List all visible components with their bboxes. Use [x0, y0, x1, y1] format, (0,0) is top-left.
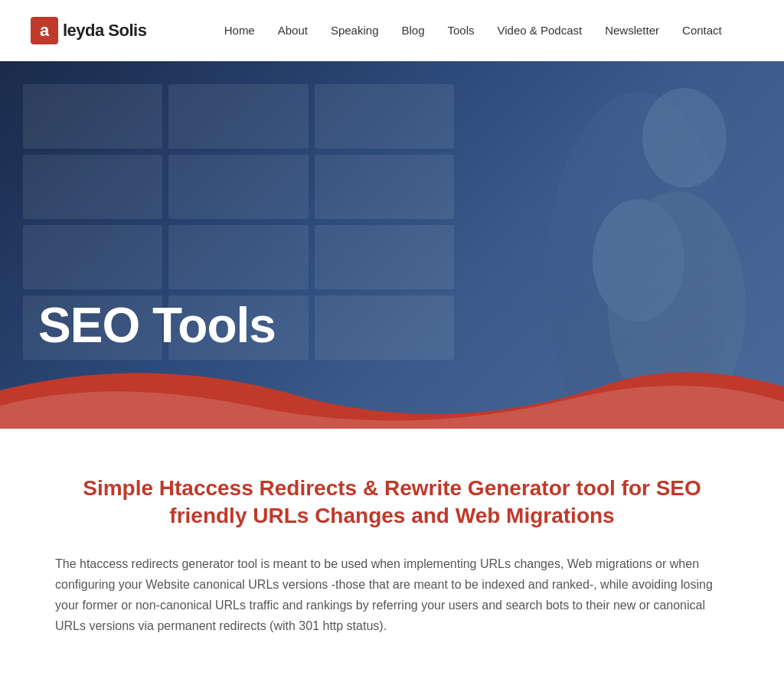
svg-point-0: [642, 88, 727, 188]
logo-link[interactable]: a leyda Solis: [31, 17, 146, 44]
screen-block: [23, 155, 162, 219]
screen-block: [315, 84, 454, 149]
site-header: a leyda Solis Home About Speaking Blog T…: [0, 0, 784, 61]
section-body: The htaccess redirects generator tool is…: [55, 553, 729, 637]
body-paragraph-1: The htaccess redirects generator tool is…: [55, 553, 729, 637]
nav-item-blog[interactable]: Blog: [401, 24, 424, 37]
hero-section: SEO Tools: [0, 61, 784, 429]
screen-block: [168, 225, 308, 289]
svg-point-2: [593, 199, 684, 322]
nav-item-speaking[interactable]: Speaking: [331, 24, 379, 37]
screen-block: [315, 155, 454, 219]
nav-item-about[interactable]: About: [278, 24, 308, 37]
main-nav: Home About Speaking Blog Tools Video & P…: [192, 24, 753, 37]
screen-block: [168, 155, 308, 219]
nav-item-home[interactable]: Home: [224, 24, 255, 37]
nav-item-tools[interactable]: Tools: [448, 24, 475, 37]
logo-text: leyda Solis: [63, 21, 146, 41]
screen-block: [23, 225, 162, 289]
nav-item-newsletter[interactable]: Newsletter: [605, 24, 659, 37]
section-heading: Simple Htaccess Redirects & Rewrite Gene…: [55, 475, 729, 530]
screen-block: [168, 84, 308, 149]
hero-wave: [0, 367, 784, 429]
screen-block: [315, 295, 454, 360]
screen-block: [315, 225, 454, 289]
screen-block: [23, 84, 162, 149]
nav-item-video-podcast[interactable]: Video & Podcast: [498, 24, 583, 37]
nav-item-contact[interactable]: Contact: [682, 24, 722, 37]
logo-icon: a: [31, 17, 58, 44]
hero-title: SEO Tools: [38, 299, 276, 352]
hero-content: SEO Tools: [38, 299, 276, 352]
main-content: Simple Htaccess Redirects & Rewrite Gene…: [9, 429, 775, 677]
